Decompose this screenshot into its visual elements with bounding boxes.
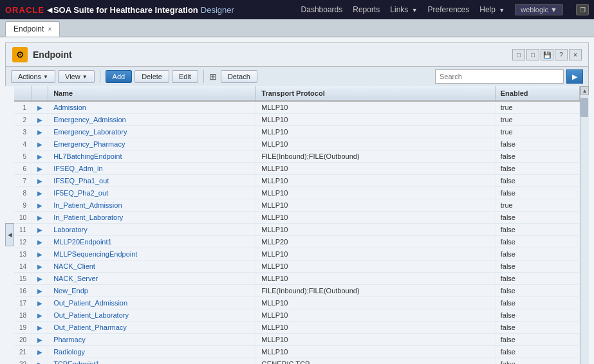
expand-icon[interactable]: ▶	[37, 324, 42, 331]
help-panel-btn[interactable]: ?	[555, 49, 568, 60]
window-control-btn[interactable]: ❐	[576, 4, 589, 15]
left-nav-button[interactable]: ◀	[5, 223, 14, 246]
save-panel-btn[interactable]: 💾	[541, 49, 553, 60]
name-link[interactable]: Out_Patient_Pharmacy	[53, 323, 127, 331]
row-expand[interactable]: ▶	[32, 163, 48, 175]
expand-icon[interactable]: ▶	[37, 251, 42, 258]
table-row[interactable]: 14▶NACK_ClientMLLP10false	[14, 260, 580, 273]
row-expand[interactable]: ▶	[32, 260, 48, 273]
row-expand[interactable]: ▶	[32, 346, 48, 358]
row-name[interactable]: In_Patient_Laboratory	[48, 212, 256, 224]
detach-button[interactable]: Detach	[221, 70, 257, 83]
expand-icon[interactable]: ▶	[37, 287, 42, 295]
expand-icon[interactable]: ▶	[37, 116, 42, 123]
table-row[interactable]: 4▶Emergency_PharmacyMLLP10false	[14, 138, 580, 150]
table-row[interactable]: 1▶AdmissionMLLP10true	[14, 101, 580, 114]
col-enabled[interactable]: Enabled	[495, 86, 579, 101]
search-go-button[interactable]: ▶	[566, 69, 583, 84]
row-name[interactable]: NACK_Client	[48, 260, 256, 273]
restore-panel-btn[interactable]: □	[526, 49, 539, 60]
row-expand[interactable]: ▶	[32, 309, 48, 322]
row-expand[interactable]: ▶	[32, 187, 48, 199]
expand-icon[interactable]: ▶	[37, 312, 42, 319]
name-link[interactable]: HL7BatchingEndpoint	[53, 152, 122, 160]
tab-close-btn[interactable]: ×	[48, 26, 51, 33]
user-menu[interactable]: weblogic ▼	[515, 4, 563, 15]
table-row[interactable]: 21▶RadiologyMLLP10false	[14, 346, 580, 358]
scroll-up-btn[interactable]: ▲	[580, 86, 589, 95]
name-link[interactable]: In_Patient_Laboratory	[53, 214, 123, 221]
name-link[interactable]: Out_Patient_Admission	[53, 299, 127, 307]
row-name[interactable]: NACK_Server	[48, 273, 256, 285]
name-link[interactable]: Laboratory	[53, 226, 88, 233]
row-name[interactable]: MLLP20Endpoint1	[48, 236, 256, 248]
nav-help[interactable]: Help ▼	[479, 5, 505, 14]
row-name[interactable]: TCPEndpoint1	[48, 358, 256, 365]
table-row[interactable]: 13▶MLLPSequencingEndpointMLLP10false	[14, 248, 580, 260]
row-expand[interactable]: ▶	[32, 236, 48, 248]
expand-icon[interactable]: ▶	[37, 300, 42, 307]
row-name[interactable]: Laboratory	[48, 224, 256, 236]
nav-reports[interactable]: Reports	[353, 5, 380, 14]
endpoint-tab[interactable]: Endpoint ×	[5, 21, 60, 37]
row-expand[interactable]: ▶	[32, 297, 48, 309]
nav-links-menu[interactable]: Links ▼	[390, 5, 417, 14]
row-name[interactable]: IF5EQ_Pha2_out	[48, 187, 256, 199]
name-link[interactable]: Out_Patient_Laboratory	[53, 311, 129, 319]
expand-icon[interactable]: ▶	[37, 349, 42, 356]
name-link[interactable]: NACK_Client	[53, 262, 95, 270]
name-link[interactable]: MLLP20Endpoint1	[53, 238, 112, 246]
expand-icon[interactable]: ▶	[37, 190, 42, 197]
row-name[interactable]: IFSEQ_Adm_in	[48, 163, 256, 175]
row-name[interactable]: Admission	[48, 101, 256, 114]
expand-icon[interactable]: ▶	[37, 104, 42, 111]
table-row[interactable]: 11▶LaboratoryMLLP10false	[14, 224, 580, 236]
row-name[interactable]: Out_Patient_Pharmacy	[48, 322, 256, 334]
name-link[interactable]: Pharmacy	[53, 336, 86, 343]
row-expand[interactable]: ▶	[32, 334, 48, 346]
row-expand[interactable]: ▶	[32, 126, 48, 138]
table-row[interactable]: 10▶In_Patient_LaboratoryMLLP10false	[14, 212, 580, 224]
row-expand[interactable]: ▶	[32, 150, 48, 163]
table-row[interactable]: 16▶New_EndpFILE(Inbound);FILE(Outbound)f…	[14, 285, 580, 297]
table-row[interactable]: 20▶PharmacyMLLP10false	[14, 334, 580, 346]
expand-icon[interactable]: ▶	[37, 361, 42, 364]
name-link[interactable]: Radiology	[53, 348, 85, 356]
row-name[interactable]: Emergency_Admission	[48, 114, 256, 126]
add-button[interactable]: Add	[106, 70, 133, 83]
row-expand[interactable]: ▶	[32, 224, 48, 236]
name-link[interactable]: In_Patient_Admission	[53, 201, 122, 209]
row-expand[interactable]: ▶	[32, 138, 48, 150]
row-expand[interactable]: ▶	[32, 285, 48, 297]
table-row[interactable]: 18▶Out_Patient_LaboratoryMLLP10false	[14, 309, 580, 322]
name-link[interactable]: MLLPSequencingEndpoint	[53, 250, 137, 258]
name-link[interactable]: Admission	[53, 104, 86, 111]
row-name[interactable]: Emergency_Laboratory	[48, 126, 256, 138]
row-name[interactable]: Emergency_Pharmacy	[48, 138, 256, 150]
row-name[interactable]: In_Patient_Admission	[48, 199, 256, 212]
table-row[interactable]: 17▶Out_Patient_AdmissionMLLP10false	[14, 297, 580, 309]
name-link[interactable]: NACK_Server	[53, 275, 98, 282]
row-expand[interactable]: ▶	[32, 322, 48, 334]
delete-button[interactable]: Delete	[135, 70, 169, 83]
close-panel-btn[interactable]: ×	[569, 49, 582, 60]
name-link[interactable]: TCPEndpoint1	[53, 360, 100, 364]
actions-button[interactable]: Actions ▼	[11, 70, 55, 83]
col-name[interactable]: Name	[48, 86, 256, 101]
row-name[interactable]: New_Endp	[48, 285, 256, 297]
expand-icon[interactable]: ▶	[37, 165, 42, 172]
table-row[interactable]: 3▶Emergency_LaboratoryMLLP10true	[14, 126, 580, 138]
row-name[interactable]: Out_Patient_Admission	[48, 297, 256, 309]
row-name[interactable]: Out_Patient_Laboratory	[48, 309, 256, 322]
table-row[interactable]: 2▶Emergency_AdmissionMLLP10true	[14, 114, 580, 126]
name-link[interactable]: Emergency_Admission	[53, 116, 126, 123]
row-expand[interactable]: ▶	[32, 199, 48, 212]
name-link[interactable]: IFSEQ_Adm_in	[53, 165, 102, 172]
table-row[interactable]: 9▶In_Patient_AdmissionMLLP10true	[14, 199, 580, 212]
table-row[interactable]: 19▶Out_Patient_PharmacyMLLP10false	[14, 322, 580, 334]
table-row[interactable]: 22▶TCPEndpoint1GENERIC TCPfalse	[14, 358, 580, 365]
scroll-thumb[interactable]	[580, 98, 588, 117]
name-link[interactable]: New_Endp	[53, 287, 88, 295]
row-name[interactable]: HL7BatchingEndpoint	[48, 150, 256, 163]
table-row[interactable]: 6▶IFSEQ_Adm_inMLLP10false	[14, 163, 580, 175]
